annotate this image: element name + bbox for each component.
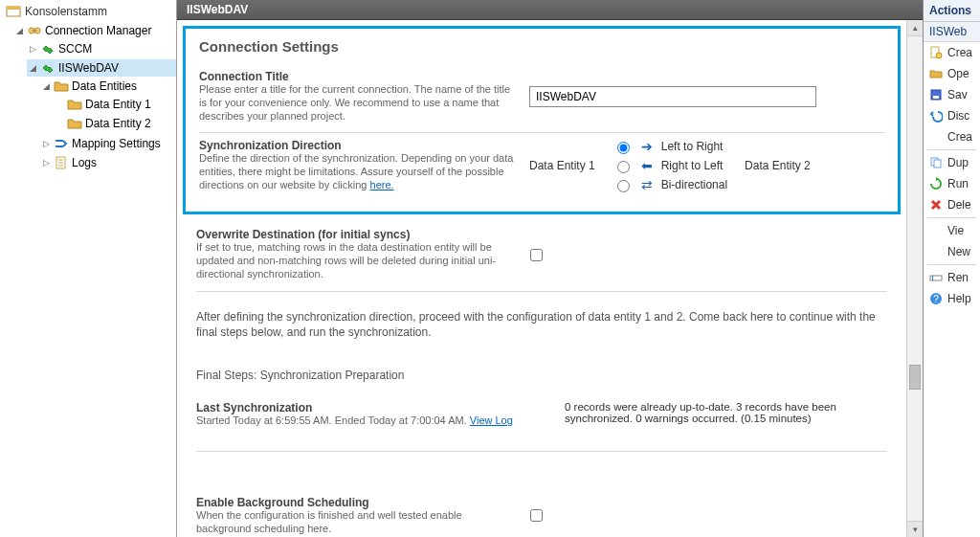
action-create[interactable]: Crea <box>924 42 980 63</box>
scroll-up-arrow-icon[interactable]: ▴ <box>907 20 923 36</box>
action-label: Run <box>947 177 969 190</box>
chevron-right-icon[interactable]: ▷ <box>42 140 51 148</box>
separator <box>927 149 976 150</box>
tree-iiswebdav[interactable]: ◢ IISWebDAV <box>27 59 176 77</box>
duplicate-icon <box>929 156 943 169</box>
refresh-icon <box>929 177 943 190</box>
content-area: Connection Settings Connection Title Ple… <box>177 20 906 537</box>
sync-direction-radios: ➔ Left to Right ⬅ Right to Left <box>612 139 727 192</box>
action-label: Disc <box>947 109 969 123</box>
tree-label: Data Entity 1 <box>85 98 151 111</box>
setting-overwrite-destination: Overwrite Destination (for initial syncs… <box>196 222 887 291</box>
tree-label: Data Entities <box>72 79 137 93</box>
radio-right-to-left[interactable]: ⬅ Right to Left <box>612 158 727 173</box>
blank-icon <box>929 130 943 144</box>
chevron-down-icon[interactable]: ◢ <box>15 27 24 35</box>
separator <box>927 264 976 265</box>
setting-sync-direction: Synchronization Direction Define the dir… <box>199 133 884 202</box>
folder-icon <box>54 78 69 94</box>
tree-connection-manager[interactable]: ◢ Connection Manager <box>13 22 176 39</box>
chevron-down-icon[interactable]: ◢ <box>42 82 51 91</box>
setting-desc: Please enter a title for the current con… <box>199 83 520 123</box>
action-label: Help <box>947 292 971 305</box>
action-delete[interactable]: Dele <box>924 194 980 215</box>
open-folder-icon <box>929 67 943 80</box>
scroll-thumb[interactable] <box>909 365 921 390</box>
logs-icon <box>54 155 69 170</box>
setting-desc: If set to true, matching rows in the dat… <box>196 241 517 280</box>
svg-point-6 <box>936 53 942 58</box>
action-view[interactable]: Vie <box>924 220 980 241</box>
action-new[interactable]: New <box>924 241 980 262</box>
page-title: IISWebDAV <box>187 3 248 16</box>
tree-label: Data Entity 2 <box>85 117 151 130</box>
action-open[interactable]: Ope <box>924 63 980 84</box>
action-label: Dele <box>947 198 971 212</box>
radio-left-to-right[interactable]: ➔ Left to Right <box>612 139 727 154</box>
sync-direction-help-link[interactable]: here. <box>370 179 394 190</box>
undo-icon <box>929 109 943 123</box>
connector-green-icon <box>40 60 56 76</box>
blank-icon <box>929 245 943 258</box>
radio-bidirectional[interactable]: ⇄ Bi-directional <box>612 177 727 192</box>
tree-root-label: Konsolenstamm <box>25 5 107 18</box>
delete-icon <box>929 198 943 212</box>
tree-data-entities[interactable]: ◢ Data Entities <box>40 78 176 95</box>
arrow-left-icon: ⬅ <box>638 158 656 173</box>
radio-input[interactable] <box>617 161 630 173</box>
action-label: Crea <box>947 46 972 59</box>
setting-label: Overwrite Destination (for initial syncs… <box>196 228 517 241</box>
setting-background-scheduling: Enable Background Scheduling When the co… <box>196 490 887 537</box>
separator <box>927 217 976 218</box>
connection-manager-icon <box>27 23 42 38</box>
svg-rect-1 <box>7 7 20 10</box>
desc-text: Started Today at 6:59:55 AM. Ended Today… <box>196 414 470 426</box>
app-root: Konsolenstamm ◢ Connection Manager <box>0 0 980 537</box>
setting-label: Synchronization Direction <box>199 139 520 152</box>
overwrite-checkbox[interactable] <box>530 249 543 261</box>
center-panel: IISWebDAV Connection Settings Connection… <box>177 0 923 537</box>
tree-label: SCCM <box>58 42 92 56</box>
scroll-wrap: Connection Settings Connection Title Ple… <box>177 20 923 537</box>
action-run[interactable]: Run <box>924 173 980 194</box>
last-sync-result: 0 records were already up-to-date. 3 rec… <box>565 401 887 428</box>
sync-right-label: Data Entity 2 <box>745 159 811 172</box>
radio-input[interactable] <box>617 142 630 154</box>
action-save[interactable]: Sav <box>924 84 980 105</box>
section-title: Connection Settings <box>199 38 884 55</box>
tree-data-entity-2[interactable]: Data Entity 2 <box>54 115 176 132</box>
action-rename[interactable]: Ren <box>924 267 980 288</box>
chevron-down-icon[interactable]: ◢ <box>29 64 37 73</box>
after-direction-note: After defining the synchronization direc… <box>196 309 887 340</box>
action-create2[interactable]: Crea <box>924 126 980 147</box>
radio-label: Right to Left <box>661 159 724 172</box>
save-icon <box>929 88 943 101</box>
view-log-link[interactable]: View Log <box>470 414 513 426</box>
tree-root[interactable]: Konsolenstamm <box>0 2 176 21</box>
action-discard[interactable]: Disc <box>924 105 980 126</box>
action-label: New <box>947 245 970 258</box>
arrows-both-icon: ⇄ <box>638 177 656 192</box>
tree-logs[interactable]: ▷ Logs <box>40 154 176 171</box>
action-duplicate[interactable]: Dup <box>924 152 980 173</box>
tree-label: Mapping Settings <box>72 137 161 150</box>
radio-input[interactable] <box>617 180 630 192</box>
tree-sccm[interactable]: ▷ SCCM <box>27 40 176 57</box>
vertical-scrollbar[interactable]: ▴ ▾ <box>906 20 923 537</box>
desc-text: Define the direction of the synchronizat… <box>199 152 513 190</box>
scroll-down-arrow-icon[interactable]: ▾ <box>907 521 923 537</box>
tree-label: Connection Manager <box>45 24 151 37</box>
connection-settings-highlight: Connection Settings Connection Title Ple… <box>183 26 901 214</box>
setting-desc: Started Today at 6:59:55 AM. Ended Today… <box>196 414 526 428</box>
rename-icon <box>929 271 943 284</box>
folder-icon <box>67 116 82 131</box>
tree-mapping-settings[interactable]: ▷ Mapping Settings <box>40 135 176 152</box>
setting-connection-title: Connection Title Please enter a title fo… <box>199 64 884 133</box>
bg-scheduling-checkbox[interactable] <box>530 509 543 522</box>
action-help[interactable]: ? Help <box>924 288 980 309</box>
chevron-right-icon[interactable]: ▷ <box>42 159 51 168</box>
tree-data-entity-1[interactable]: Data Entity 1 <box>54 96 176 113</box>
chevron-right-icon[interactable]: ▷ <box>29 45 37 54</box>
mapping-icon <box>54 136 69 151</box>
connection-title-input[interactable] <box>529 86 816 107</box>
